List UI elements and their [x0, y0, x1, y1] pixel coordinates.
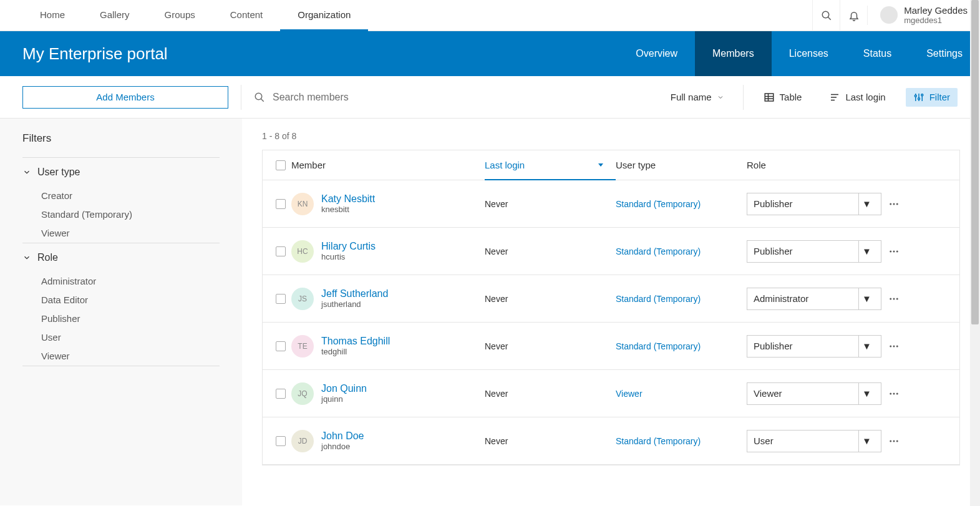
table-label: Table	[780, 92, 802, 102]
sort-dropdown[interactable]: Full name	[664, 92, 730, 102]
filter-group-role[interactable]: Role	[22, 252, 220, 263]
member-username: tedghill	[321, 347, 390, 357]
filter-label: Filter	[929, 92, 950, 102]
nav-item-groups[interactable]: Groups	[147, 0, 213, 31]
filter-item[interactable]: Viewer	[41, 347, 220, 366]
nav-item-content[interactable]: Content	[213, 0, 281, 31]
svg-point-21	[890, 250, 891, 252]
svg-point-24	[890, 298, 891, 299]
user-type-cell[interactable]: Viewer	[616, 389, 747, 399]
user-menu[interactable]: Marley Geddes mgeddes1	[867, 6, 980, 25]
col-last-login[interactable]: Last login	[485, 150, 616, 180]
row-checkbox[interactable]	[276, 246, 286, 256]
avatar	[880, 6, 898, 24]
row-checkbox[interactable]	[276, 294, 286, 304]
nav-item-home[interactable]: Home	[22, 0, 82, 31]
more-icon[interactable]	[888, 388, 900, 399]
filter-item[interactable]: Viewer	[41, 224, 220, 243]
nav-item-gallery[interactable]: Gallery	[82, 0, 147, 31]
role-select[interactable]: User▼	[747, 430, 881, 452]
search-input[interactable]	[273, 92, 522, 103]
filter-item[interactable]: Administrator	[41, 272, 220, 291]
more-icon[interactable]	[888, 341, 900, 352]
chevron-down-icon	[22, 168, 31, 177]
member-name[interactable]: Katy Nesbitt	[321, 193, 375, 205]
top-nav: HomeGalleryGroupsContentOrganization Mar…	[0, 0, 980, 31]
row-checkbox[interactable]	[276, 389, 286, 399]
tab-settings[interactable]: Settings	[909, 31, 980, 76]
table-row: JSJeff SutherlandjsutherlandNeverStandar…	[263, 275, 959, 323]
chevron-down-icon	[717, 94, 724, 101]
table-view-button[interactable]: Table	[756, 88, 810, 107]
filter-item[interactable]: Standard (Temporary)	[41, 205, 220, 224]
tab-status[interactable]: Status	[846, 31, 909, 76]
last-login-button[interactable]: Last login	[822, 88, 893, 107]
user-type-cell[interactable]: Standard (Temporary)	[616, 436, 747, 446]
row-checkbox[interactable]	[276, 436, 286, 446]
member-name[interactable]: Jon Quinn	[321, 382, 367, 394]
select-all-checkbox[interactable]	[276, 160, 286, 170]
more-icon[interactable]	[888, 293, 900, 304]
member-name[interactable]: John Doe	[321, 430, 364, 442]
user-type-cell[interactable]: Standard (Temporary)	[616, 246, 747, 256]
row-checkbox[interactable]	[276, 341, 286, 351]
role-select[interactable]: Publisher▼	[747, 335, 881, 358]
filters-sidebar: Filters User typeCreatorStandard (Tempor…	[0, 119, 242, 505]
nav-item-organization[interactable]: Organization	[280, 0, 368, 31]
last-login-cell: Never	[485, 246, 616, 256]
role-select[interactable]: Viewer▼	[747, 382, 881, 405]
member-name[interactable]: Jeff Sutherland	[321, 288, 388, 299]
svg-marker-17	[598, 163, 603, 167]
add-members-button[interactable]: Add Members	[22, 86, 228, 109]
user-type-cell[interactable]: Standard (Temporary)	[616, 199, 747, 209]
role-select[interactable]: Administrator▼	[747, 288, 881, 310]
user-type-cell[interactable]: Standard (Temporary)	[616, 341, 747, 351]
svg-point-19	[893, 203, 895, 205]
svg-line-1	[828, 17, 831, 20]
svg-point-22	[893, 250, 895, 252]
tab-overview[interactable]: Overview	[618, 31, 695, 76]
member-username: hcurtis	[321, 252, 376, 262]
table-icon	[764, 92, 775, 103]
notifications-icon[interactable]	[840, 0, 867, 31]
role-select[interactable]: Publisher▼	[747, 240, 881, 263]
avatar: KN	[291, 193, 314, 215]
sort-label: Full name	[671, 92, 712, 102]
svg-point-26	[896, 298, 898, 299]
tab-licenses[interactable]: Licenses	[772, 31, 846, 76]
search-members[interactable]	[254, 92, 652, 103]
role-select[interactable]: Publisher▼	[747, 193, 881, 215]
filter-item[interactable]: Data Editor	[41, 291, 220, 309]
svg-point-29	[896, 345, 898, 347]
svg-point-12	[915, 95, 916, 97]
svg-point-25	[893, 298, 895, 299]
filter-button[interactable]: Filter	[906, 88, 958, 107]
col-user-type[interactable]: User type	[616, 160, 747, 170]
tab-members[interactable]: Members	[695, 31, 772, 76]
filter-group-user-type[interactable]: User type	[22, 167, 220, 178]
member-username: johndoe	[321, 442, 364, 452]
last-login-label: Last login	[845, 92, 885, 102]
filter-item[interactable]: User	[41, 328, 220, 347]
svg-point-2	[255, 93, 262, 100]
col-member[interactable]: Member	[291, 160, 485, 170]
last-login-cell: Never	[485, 389, 616, 399]
scrollbar[interactable]	[970, 0, 980, 505]
last-login-cell: Never	[485, 199, 616, 209]
filter-item[interactable]: Publisher	[41, 309, 220, 328]
chevron-down-icon	[22, 253, 31, 262]
search-icon[interactable]	[812, 0, 840, 31]
member-name[interactable]: Hilary Curtis	[321, 240, 376, 252]
more-icon[interactable]	[888, 198, 900, 210]
svg-point-0	[822, 11, 829, 18]
filter-item[interactable]: Creator	[41, 187, 220, 205]
col-role[interactable]: Role	[747, 160, 881, 170]
user-type-cell[interactable]: Standard (Temporary)	[616, 294, 747, 304]
svg-point-16	[921, 94, 923, 95]
svg-point-34	[893, 440, 895, 442]
row-checkbox[interactable]	[276, 199, 286, 209]
more-icon[interactable]	[888, 435, 900, 447]
member-name[interactable]: Thomas Edghill	[321, 335, 390, 347]
table-row: JDJohn DoejohndoeNeverStandard (Temporar…	[263, 417, 959, 465]
more-icon[interactable]	[888, 246, 900, 257]
